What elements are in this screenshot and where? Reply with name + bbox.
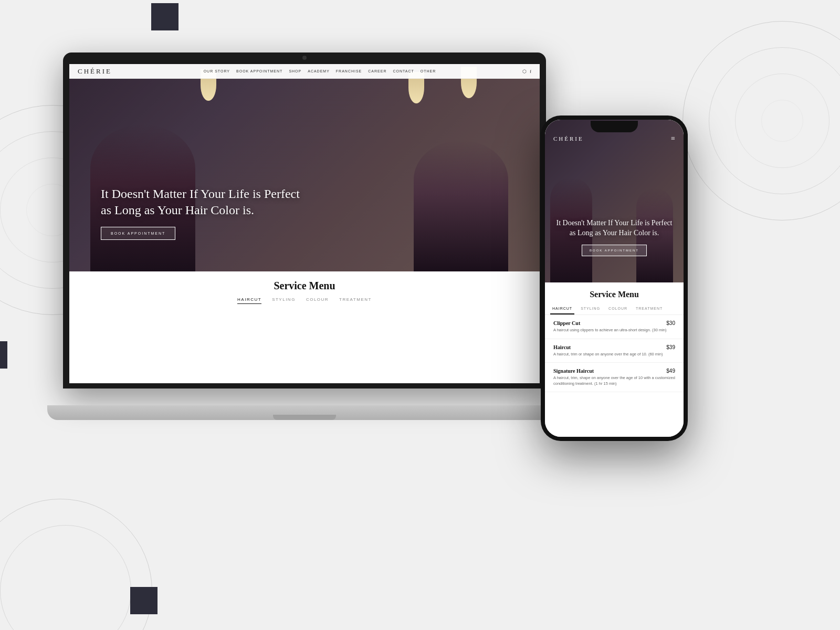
- phone-notch: [591, 121, 638, 132]
- phone-service-section: Service Menu HAIRCUT STYLING COLOUR TREA…: [545, 282, 684, 437]
- phone-logo: CHÉRIE: [553, 135, 584, 142]
- phone-service-item-clipper-header: Clipper Cut $30: [553, 320, 675, 326]
- laptop-nav-franchise[interactable]: FRANCHISE: [336, 69, 362, 73]
- phone-hero-heading: It Doesn't Matter If Your Life is Perfec…: [553, 218, 675, 238]
- phone-service-item-haircut-price: $39: [666, 344, 675, 350]
- phone-service-item-signature-name: Signature Haircut: [553, 368, 594, 374]
- laptop-tabs: HAIRCUT STYLING COLOUR TREATMENT: [237, 297, 372, 304]
- phone-service-item-clipper-price: $30: [666, 320, 675, 326]
- deco-square-left-edge: [0, 341, 7, 369]
- laptop-screen: CHÉRIE OUR STORY BOOK APPOINTMENT SHOP A…: [69, 64, 540, 383]
- phone-tab-haircut[interactable]: HAIRCUT: [550, 303, 574, 314]
- phone-tab-treatment[interactable]: TREATMENT: [634, 303, 665, 314]
- laptop-tab-styling[interactable]: STYLING: [272, 297, 296, 304]
- hero-person-right: [414, 140, 508, 271]
- phone-service-title: Service Menu: [545, 282, 684, 303]
- laptop-nav-contact[interactable]: CONTACT: [393, 69, 414, 73]
- facebook-icon[interactable]: f: [530, 69, 531, 74]
- phone-body: CHÉRIE ≡ It Doesn't Matter If Your Life …: [541, 116, 688, 441]
- deco-square-bottom: [130, 587, 158, 614]
- laptop-hero: It Doesn't Matter If Your Life is Perfec…: [69, 64, 540, 271]
- laptop-hero-text: It Doesn't Matter If Your Life is Perfec…: [101, 186, 300, 240]
- phone-hero-text: It Doesn't Matter If Your Life is Perfec…: [553, 218, 675, 256]
- laptop-nav-academy[interactable]: ACADEMY: [308, 69, 330, 73]
- laptop-nav-book[interactable]: BOOK APPOINTMENT: [236, 69, 282, 73]
- phone-tabs: HAIRCUT STYLING COLOUR TREATMENT: [545, 303, 684, 315]
- laptop-tab-treatment[interactable]: TREATMENT: [339, 297, 372, 304]
- instagram-icon[interactable]: ⬡: [522, 69, 527, 74]
- phone-service-item-signature-price: $49: [666, 368, 675, 374]
- phone-hero: CHÉRIE ≡ It Doesn't Matter If Your Life …: [545, 120, 684, 282]
- phone-service-item-clipper: Clipper Cut $30 A haircut using clippers…: [545, 315, 684, 339]
- phone-service-item-haircut-desc: A haircut, trim or shape on anyone over …: [553, 352, 675, 358]
- laptop-camera: [302, 56, 307, 60]
- laptop-nav-our-story[interactable]: OUR STORY: [204, 69, 230, 73]
- phone-book-btn[interactable]: BOOK APPOINTMENT: [582, 245, 647, 256]
- phone-tab-colour[interactable]: COLOUR: [606, 303, 629, 314]
- laptop-nav-links: OUR STORY BOOK APPOINTMENT SHOP ACADEMY …: [122, 69, 517, 73]
- laptop-nav-icons: ⬡ f: [522, 69, 531, 74]
- phone-service-item-signature-header: Signature Haircut $49: [553, 368, 675, 374]
- phone-service-item-clipper-desc: A haircut using clippers to achieve an u…: [553, 328, 675, 333]
- laptop-nav-other[interactable]: OTHER: [421, 69, 436, 73]
- laptop-hero-heading: It Doesn't Matter If Your Life is Perfec…: [101, 186, 300, 218]
- laptop-tab-colour[interactable]: COLOUR: [306, 297, 329, 304]
- deco-square-top: [151, 3, 178, 30]
- laptop-nav-shop[interactable]: SHOP: [289, 69, 301, 73]
- laptop-navbar: CHÉRIE OUR STORY BOOK APPOINTMENT SHOP A…: [69, 64, 540, 79]
- phone-service-item-haircut: Haircut $39 A haircut, trim or shape on …: [545, 339, 684, 363]
- phone-service-item-clipper-name: Clipper Cut: [553, 320, 580, 326]
- hamburger-icon[interactable]: ≡: [671, 134, 675, 143]
- laptop-tab-haircut[interactable]: HAIRCUT: [237, 297, 261, 304]
- phone-tab-styling[interactable]: STYLING: [579, 303, 602, 314]
- phone-screen: CHÉRIE ≡ It Doesn't Matter If Your Life …: [545, 120, 684, 437]
- laptop-service-title: Service Menu: [274, 280, 335, 292]
- phone-service-item-signature-desc: A haircut, trim, shape on anyone over th…: [553, 375, 675, 386]
- laptop-body: CHÉRIE OUR STORY BOOK APPOINTMENT SHOP A…: [63, 52, 546, 388]
- phone-device: CHÉRIE ≡ It Doesn't Matter If Your Life …: [541, 116, 688, 441]
- laptop-base: [47, 405, 562, 420]
- laptop-nav-career[interactable]: CAREER: [368, 69, 386, 73]
- laptop-logo: CHÉRIE: [78, 67, 112, 76]
- laptop-device: CHÉRIE OUR STORY BOOK APPOINTMENT SHOP A…: [63, 52, 546, 420]
- laptop-book-btn[interactable]: BOOK APPOINTMENT: [101, 227, 175, 240]
- phone-service-item-haircut-name: Haircut: [553, 344, 571, 350]
- phone-service-item-haircut-header: Haircut $39: [553, 344, 675, 350]
- phone-service-item-signature: Signature Haircut $49 A haircut, trim, s…: [545, 363, 684, 392]
- laptop-service-section: Service Menu HAIRCUT STYLING COLOUR TREA…: [69, 271, 540, 383]
- phone-navbar: CHÉRIE ≡: [553, 134, 675, 143]
